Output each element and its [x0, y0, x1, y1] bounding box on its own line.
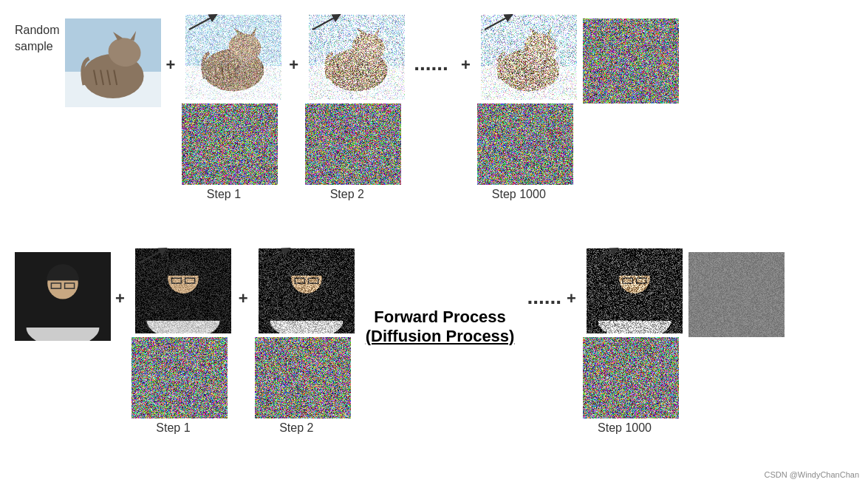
- forward-label-line2: (Diffusion Process): [366, 327, 515, 346]
- dots-person: ......: [527, 285, 561, 309]
- step1-cat-label: Step 1: [207, 188, 241, 201]
- row-cat: Randomsample +: [15, 7, 853, 245]
- person-original-image: [15, 252, 111, 341]
- dots-cat: ......: [414, 52, 448, 75]
- plus-1-person: +: [115, 289, 125, 308]
- forward-process-label: Forward Process (Diffusion Process): [366, 308, 515, 346]
- step1-cat-group: + Step 1: [165, 15, 281, 201]
- random-sample-text: Randomsample: [15, 22, 59, 55]
- svg-line-5: [590, 248, 618, 263]
- step1000-cat-label: Step 1000: [492, 188, 546, 201]
- watermark: CSDN @WindyChanChan: [764, 470, 859, 479]
- svg-line-3: [139, 248, 166, 263]
- person-final-noise: [688, 252, 785, 337]
- arrow-2-cat: [309, 11, 346, 33]
- step1000-cat-group: + Step 1000: [461, 15, 577, 201]
- svg-line-1: [312, 15, 340, 30]
- cat-final-noise: [583, 18, 679, 104]
- cat-original-image: [65, 18, 161, 107]
- step2-person-label: Step 2: [279, 421, 313, 435]
- step1000-person-label: Step 1000: [598, 421, 652, 435]
- arrow-1000-person: [587, 245, 623, 267]
- step2-cat-group: + Step 2: [289, 15, 405, 201]
- arrow-1-cat: [185, 11, 222, 33]
- arrow-1-person: [135, 245, 172, 267]
- plus-2-person: +: [239, 289, 248, 308]
- forward-label-line1: Forward Process: [374, 308, 506, 327]
- step1-person-group: + Step 1: [115, 248, 231, 435]
- plus-1000-person: +: [567, 289, 576, 308]
- step1000-person-group: + Step 1000: [567, 248, 683, 435]
- arrow-1000-cat: [481, 11, 518, 33]
- step2-cat-label: Step 2: [330, 188, 364, 201]
- svg-line-4: [262, 248, 290, 263]
- plus-1000-cat: +: [461, 55, 471, 75]
- arrow-2-person: [259, 245, 295, 267]
- plus-1-cat: +: [165, 55, 175, 75]
- random-sample-label: Randomsample: [15, 22, 59, 55]
- step1-person-label: Step 1: [156, 421, 190, 435]
- row-person: + Step 1 +: [15, 245, 853, 478]
- svg-line-2: [485, 15, 512, 30]
- svg-line-0: [189, 15, 216, 30]
- plus-2-cat: +: [289, 55, 298, 75]
- main-container: Randomsample +: [0, 0, 868, 485]
- step2-person-group: + Step 2: [239, 248, 355, 435]
